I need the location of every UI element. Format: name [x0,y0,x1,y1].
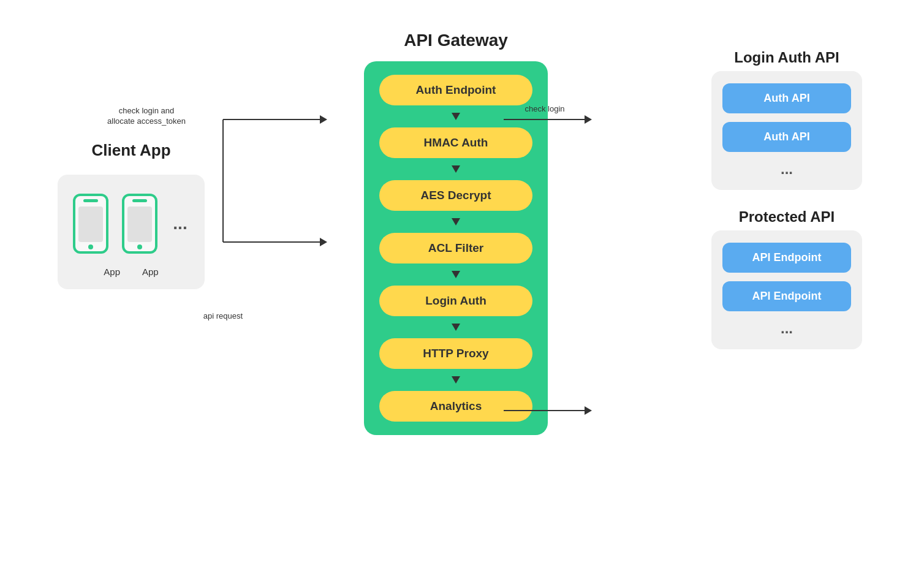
app-label-1: App [104,267,120,277]
svg-rect-2 [78,207,103,242]
client-app-phones: ... [72,193,189,254]
svg-rect-1 [83,199,98,202]
api-endpoint-button-1: API Endpoint [722,243,851,273]
arrow-head-hmac [320,238,327,246]
protected-api-title: Protected API [739,208,835,225]
arrow-head-api-endpoint [585,406,592,415]
gateway-node-acl-filter: ACL Filter [379,233,532,263]
arrow-down-4 [452,271,460,278]
phone-icon-1 [72,193,109,254]
client-app-box: ... App App [58,175,205,289]
diagram: Client App ... A [33,18,891,558]
check-login-label: check login and [119,106,174,115]
svg-point-3 [88,244,93,249]
arrow-down-2 [452,165,460,173]
svg-point-7 [137,244,142,249]
api-endpoint-button-2: API Endpoint [722,281,851,311]
gateway-node-auth-endpoint: Auth Endpoint [379,75,532,105]
svg-rect-6 [127,207,152,242]
svg-rect-5 [132,199,147,202]
client-app-title: Client App [91,141,170,160]
gateway-node-analytics: Analytics [379,391,532,422]
phone-icon-2 [121,193,158,254]
gateway-section: API Gateway Auth Endpoint HMAC Auth AES … [364,31,548,435]
auth-api-button-2: Auth API [722,122,851,152]
gateway-node-http-proxy: HTTP Proxy [379,338,532,369]
protected-api-group: Protected API API Endpoint API Endpoint … [707,208,866,349]
protected-api-box: API Endpoint API Endpoint ... [711,230,862,349]
arrow-head-auth-endpoint [320,115,327,124]
arrow-down-1 [452,113,460,120]
arrow-down-6 [452,376,460,384]
check-login-label2: allocate access_token [107,116,186,126]
auth-api-button-1: Auth API [722,83,851,113]
client-dots: ... [173,214,187,233]
api-request-label: api request [203,311,243,320]
arrow-down-3 [452,218,460,225]
login-auth-api-group: Login Auth API Auth API Auth API ... [707,49,866,190]
app-labels: App App [104,267,158,277]
login-auth-api-title: Login Auth API [734,49,839,66]
gateway-box: Auth Endpoint HMAC Auth AES Decrypt ACL … [364,61,548,435]
gateway-node-hmac-auth: HMAC Auth [379,127,532,158]
arrow-down-5 [452,324,460,331]
gateway-title: API Gateway [404,31,508,50]
protected-api-dots: ... [781,320,793,337]
gateway-node-aes-decrypt: AES Decrypt [379,180,532,211]
login-auth-api-box: Auth API Auth API ... [711,71,862,190]
client-app-section: Client App ... A [58,141,205,289]
gateway-node-login-auth: Login Auth [379,286,532,316]
arrow-head-auth-api [585,115,592,124]
login-auth-dots: ... [781,161,793,178]
right-section: Login Auth API Auth API Auth API ... Pro… [707,49,866,349]
app-label-2: App [142,267,159,277]
